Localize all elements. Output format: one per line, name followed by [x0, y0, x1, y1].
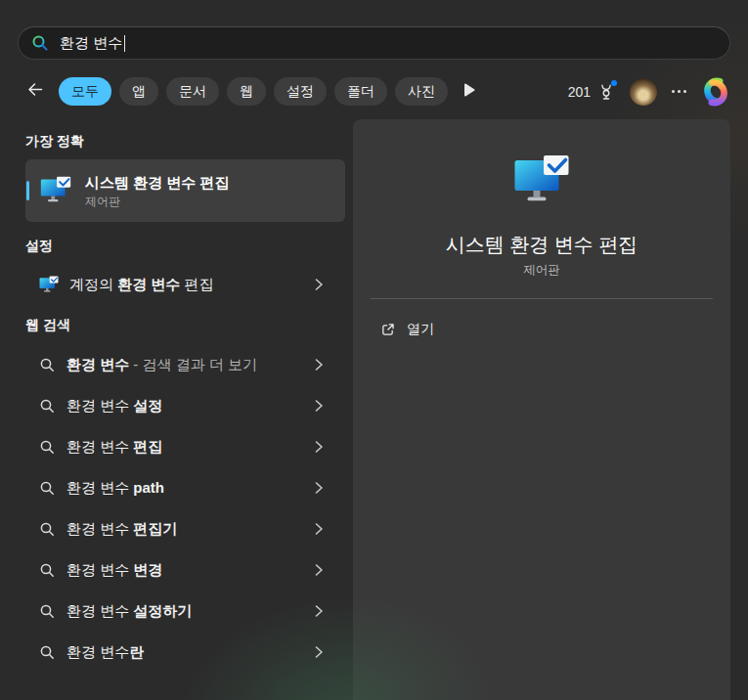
settings-results-list: 계정의 환경 변수 편집 [18, 266, 353, 303]
web-results-list: 환경 변수 - 검색 결과 더 보기 환경 변수 설정 환경 변수 편집 환경 … [18, 344, 353, 673]
best-match-item[interactable]: 시스템 환경 변수 편집 제어판 [25, 159, 345, 222]
preview-subtitle: 제어판 [523, 263, 560, 278]
more-options-button[interactable] [672, 90, 686, 93]
search-suggestion-icon [39, 644, 56, 661]
web-search-suggestion[interactable]: 환경 변수 path [18, 467, 353, 508]
filter-tab-사진[interactable]: 사진 [395, 77, 448, 106]
web-search-suggestion[interactable]: 환경 변수 - 검색 결과 더 보기 [18, 344, 353, 385]
suggestion-text: 환경 변수 편집 [66, 438, 162, 457]
section-heading-settings: 설정 [25, 238, 353, 254]
suggestion-text: 환경 변수 변경 [66, 561, 162, 580]
system-env-vars-icon-large [513, 154, 570, 207]
chevron-right-icon[interactable] [312, 521, 326, 537]
filter-tabs: 모두앱문서웹설정폴더사진 [59, 77, 448, 106]
chevron-right-icon[interactable] [312, 644, 326, 660]
chevron-right-icon[interactable] [312, 439, 326, 455]
filter-tab-설정[interactable]: 설정 [274, 77, 327, 106]
trophy-icon [597, 82, 615, 101]
filter-tab-폴더[interactable]: 폴더 [334, 77, 387, 106]
settings-result-item[interactable]: 계정의 환경 변수 편집 [18, 266, 353, 303]
web-search-suggestion[interactable]: 환경 변수 설정 [18, 385, 353, 426]
open-external-icon [379, 322, 396, 338]
filter-tab-웹[interactable]: 웹 [227, 77, 266, 106]
filter-tab-앱[interactable]: 앱 [119, 77, 158, 106]
search-suggestion-icon [39, 398, 56, 415]
preview-title: 시스템 환경 변수 편집 [446, 234, 638, 256]
chevron-right-icon[interactable] [312, 480, 326, 496]
selection-accent-bar [26, 181, 29, 200]
suggestion-text: 환경 변수 설정하기 [66, 602, 192, 621]
system-env-vars-icon [40, 176, 71, 205]
section-heading-best-match: 가장 정확 [25, 133, 353, 150]
chevron-right-icon[interactable] [312, 357, 326, 372]
web-search-suggestion[interactable]: 환경 변수 편집 [18, 426, 353, 467]
search-suggestion-icon [39, 357, 56, 373]
text-cursor [124, 35, 125, 52]
open-action[interactable]: 열기 [379, 321, 434, 338]
filter-tab-문서[interactable]: 문서 [166, 77, 219, 106]
best-match-title: 시스템 환경 변수 편집 [85, 174, 230, 192]
back-arrow-icon [25, 80, 44, 103]
suggestion-text: 환경 변수란 [66, 643, 144, 662]
best-match-subtitle: 제어판 [85, 195, 230, 208]
preview-panel: 시스템 환경 변수 편집 제어판 열기 [353, 119, 730, 700]
search-query-text: 환경 변수 [60, 26, 122, 60]
web-search-suggestion[interactable]: 환경 변수 설정하기 [18, 591, 353, 632]
results-column: 가장 정확 시스템 환경 변수 편집 제어판 설정 계정의 환경 변수 편집 웹… [18, 119, 353, 673]
chevron-right-icon[interactable] [312, 277, 326, 292]
web-search-suggestion[interactable]: 환경 변수란 [18, 632, 353, 673]
chevron-right-icon[interactable] [312, 562, 326, 578]
more-filters-button[interactable] [463, 83, 475, 101]
search-flyout-window: 환경 변수 모두앱문서웹설정폴더사진 201 [0, 0, 748, 700]
copilot-icon[interactable] [701, 77, 730, 107]
suggestion-text: 환경 변수 - 검색 결과 더 보기 [66, 356, 257, 374]
suggestion-text: 환경 변수 편집기 [66, 520, 177, 539]
search-suggestion-icon [39, 439, 56, 456]
search-suggestion-icon [39, 562, 56, 579]
suggestion-text: 환경 변수 path [66, 479, 164, 498]
notification-dot [611, 80, 617, 86]
search-icon [31, 34, 49, 52]
divider [371, 298, 713, 299]
user-avatar[interactable] [630, 78, 657, 106]
chevron-right-icon[interactable] [312, 398, 326, 414]
search-suggestion-icon [39, 603, 56, 620]
topbar-right-cluster: 201 [568, 77, 730, 107]
chevron-right-icon[interactable] [312, 603, 326, 619]
result-text: 계정의 환경 변수 편집 [69, 276, 214, 294]
rewards-count: 201 [568, 84, 591, 100]
play-icon [463, 83, 475, 101]
search-suggestion-icon [39, 521, 56, 538]
filter-bar: 모두앱문서웹설정폴더사진 201 [18, 76, 730, 107]
filter-tab-모두[interactable]: 모두 [59, 77, 111, 106]
open-label: 열기 [407, 321, 434, 338]
search-suggestion-icon [39, 480, 56, 497]
search-input[interactable]: 환경 변수 [18, 26, 730, 60]
web-search-suggestion[interactable]: 환경 변수 변경 [18, 549, 353, 591]
section-heading-web: 웹 검색 [25, 317, 353, 333]
rewards-button[interactable]: 201 [568, 82, 615, 101]
back-button[interactable] [18, 76, 51, 107]
web-search-suggestion[interactable]: 환경 변수 편집기 [18, 508, 353, 549]
suggestion-text: 환경 변수 설정 [66, 397, 162, 416]
env-vars-account-icon [39, 276, 59, 294]
